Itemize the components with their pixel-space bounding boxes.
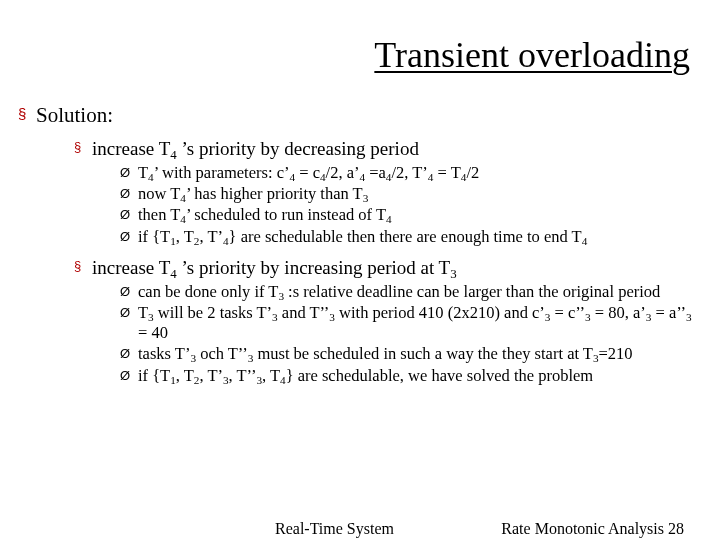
arrow-icon: Ø [120,282,138,302]
arrow-icon: Ø [120,184,138,204]
list-item: Ø T4’ with parameters: c’4 = c4/2, a’4 =… [120,163,698,183]
arrow-icon: Ø [120,163,138,183]
list-item: Ø can be done only if T3 :s relative dea… [120,282,698,302]
section-b-heading: increase T4 ’s priority by increasing pe… [92,256,457,280]
footer-right: Rate Monotonic Analysis 28 [501,520,684,538]
spacer [18,248,698,254]
item-text: if {T1, T2, T’3, T’’3, T4} are schedulab… [138,366,593,386]
section-a-heading: increase T4 ’s priority by decreasing pe… [92,137,419,161]
slide: Transient overloading § Solution: § incr… [0,0,720,540]
item-text: if {T1, T2, T’4} are schedulable then th… [138,227,587,247]
bullet-section-a: § increase T4 ’s priority by decreasing … [74,137,698,161]
arrow-icon: Ø [120,303,138,343]
list-item: Ø tasks T’3 och T’’3 must be scheduled i… [120,344,698,364]
item-text: T3 will be 2 tasks T’3 and T’’3 with per… [138,303,698,343]
item-text: then T4’ scheduled to run instead of T4 [138,205,392,225]
arrow-icon: Ø [120,366,138,386]
item-text: T4’ with parameters: c’4 = c4/2, a’4 =a4… [138,163,479,183]
item-text: now T4’ has higher priority than T3 [138,184,368,204]
bullet-icon: § [18,102,36,129]
arrow-icon: Ø [120,344,138,364]
list-item: Ø if {T1, T2, T’3, T’’3, T4} are schedul… [120,366,698,386]
arrow-icon: Ø [120,227,138,247]
slide-title: Transient overloading [374,34,690,76]
list-item: Ø then T4’ scheduled to run instead of T… [120,205,698,225]
slide-body: § Solution: § increase T4 ’s priority by… [18,102,698,387]
list-item: Ø T3 will be 2 tasks T’3 and T’’3 with p… [120,303,698,343]
item-text: tasks T’3 och T’’3 must be scheduled in … [138,344,633,364]
list-item: Ø now T4’ has higher priority than T3 [120,184,698,204]
item-text: can be done only if T3 :s relative deadl… [138,282,660,302]
solution-label: Solution: [36,102,113,129]
arrow-icon: Ø [120,205,138,225]
bullet-icon: § [74,137,92,161]
footer-left: Real-Time System [275,520,394,538]
list-item: Ø if {T1, T2, T’4} are schedulable then … [120,227,698,247]
bullet-section-b: § increase T4 ’s priority by increasing … [74,256,698,280]
bullet-solution: § Solution: [18,102,698,129]
bullet-icon: § [74,256,92,280]
